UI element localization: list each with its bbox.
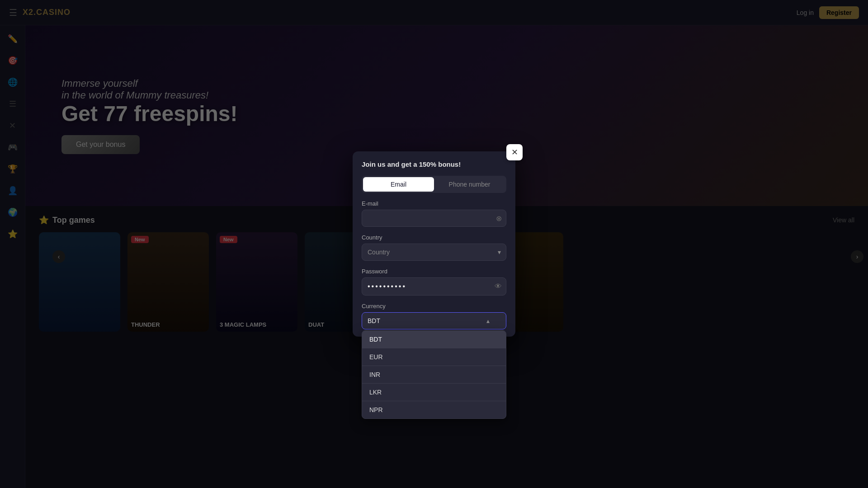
currency-option-lkr[interactable]: LKR [362,384,506,401]
close-icon: ✕ [511,147,518,157]
currency-dropdown-arrow-up-icon: ▴ [486,317,490,324]
modal-promo-text: Join us and get a 150% bonus! [362,160,461,168]
tab-phone[interactable]: Phone number [434,177,505,192]
country-select[interactable]: Country [362,244,506,261]
password-input[interactable] [362,277,506,296]
tab-email[interactable]: Email [363,177,434,192]
email-input[interactable] [362,210,506,227]
eye-icon[interactable]: 👁 [495,282,502,291]
password-group: Password 👁 [362,268,506,296]
email-group: E-mail ⊗ [362,200,506,227]
modal-close-button[interactable]: ✕ [506,144,523,160]
password-label: Password [362,268,506,275]
password-input-wrapper: 👁 [362,277,506,296]
clear-icon[interactable]: ⊗ [496,214,502,223]
currency-option-inr[interactable]: INR [362,366,506,384]
currency-select-button[interactable]: BDT ▴ [362,312,506,329]
email-input-wrapper: ⊗ [362,210,506,227]
currency-option-npr[interactable]: NPR [362,401,506,418]
country-label: Country [362,234,506,241]
currency-option-eur[interactable]: EUR [362,348,506,366]
currency-dropdown: BDT EUR INR LKR NPR [362,330,506,419]
currency-select-wrapper: BDT ▴ BDT EUR INR L [362,312,506,329]
registration-modal: ✕ Join us and get a 150% bonus! Email Ph… [353,151,515,337]
modal-header: Join us and get a 150% bonus! [353,151,515,176]
email-label: E-mail [362,200,506,207]
currency-selected-value: BDT [368,317,380,324]
currency-option-bdt[interactable]: BDT [362,331,506,348]
registration-form: E-mail ⊗ Country Country ▾ Password [353,200,515,329]
modal-backdrop: ✕ Join us and get a 150% bonus! Email Ph… [0,0,868,488]
currency-label: Currency [362,303,506,310]
country-group: Country Country ▾ [362,234,506,261]
modal-tabs: Email Phone number [362,176,506,193]
country-select-wrapper: Country ▾ [362,244,506,261]
currency-group: Currency BDT ▴ BDT EUR INR [362,303,506,329]
